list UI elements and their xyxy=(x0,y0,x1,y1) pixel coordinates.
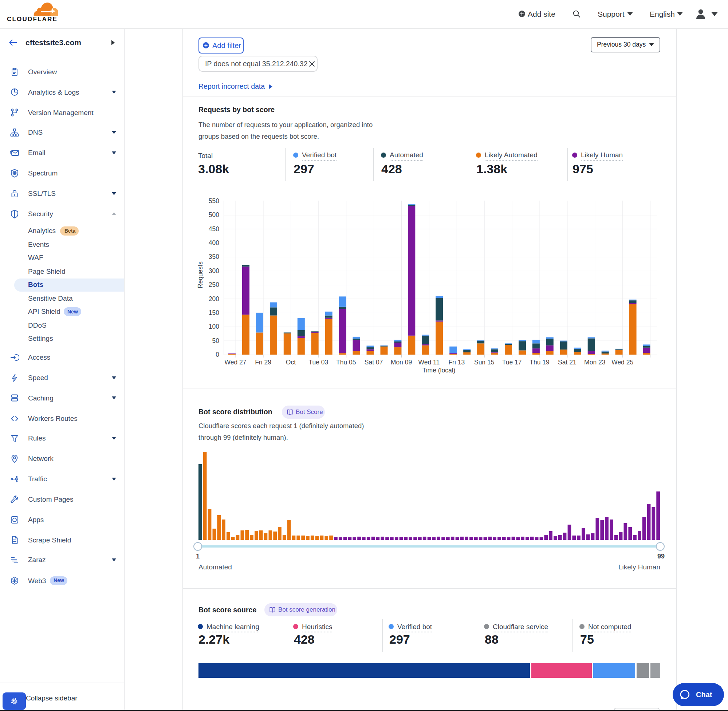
svg-text:200: 200 xyxy=(209,295,219,302)
svg-text:Wed 11: Wed 11 xyxy=(418,358,440,366)
svg-text:0: 0 xyxy=(216,351,219,358)
svg-text:Wed 27: Wed 27 xyxy=(225,358,247,366)
svg-text:400: 400 xyxy=(209,239,219,246)
svg-text:300: 300 xyxy=(209,267,219,274)
svg-text:Thu 19: Thu 19 xyxy=(530,358,549,366)
svg-text:Fri 13: Fri 13 xyxy=(448,358,465,366)
svg-text:Fri 29: Fri 29 xyxy=(255,358,271,366)
svg-text:Thu 05: Thu 05 xyxy=(336,358,356,366)
svg-text:100: 100 xyxy=(209,323,219,330)
svg-text:450: 450 xyxy=(209,225,219,233)
svg-text:50: 50 xyxy=(212,337,220,344)
svg-text:150: 150 xyxy=(209,309,219,316)
svg-text:500: 500 xyxy=(209,211,219,218)
svg-text:Sat 07: Sat 07 xyxy=(365,358,383,366)
svg-text:Mon 23: Mon 23 xyxy=(584,358,605,366)
svg-text:Tue 17: Tue 17 xyxy=(502,358,522,366)
svg-text:Oct: Oct xyxy=(286,358,296,366)
svg-text:Requests: Requests xyxy=(196,261,204,288)
svg-text:Tue 03: Tue 03 xyxy=(309,358,328,366)
svg-text:Mon 09: Mon 09 xyxy=(391,358,412,366)
svg-text:Sun 15: Sun 15 xyxy=(474,358,494,366)
svg-text:Time (local): Time (local) xyxy=(422,367,456,374)
svg-text:350: 350 xyxy=(209,253,219,260)
svg-text:250: 250 xyxy=(209,281,219,288)
svg-text:550: 550 xyxy=(209,197,219,205)
svg-text:Wed 25: Wed 25 xyxy=(611,358,633,366)
svg-text:Sat 21: Sat 21 xyxy=(558,358,576,366)
